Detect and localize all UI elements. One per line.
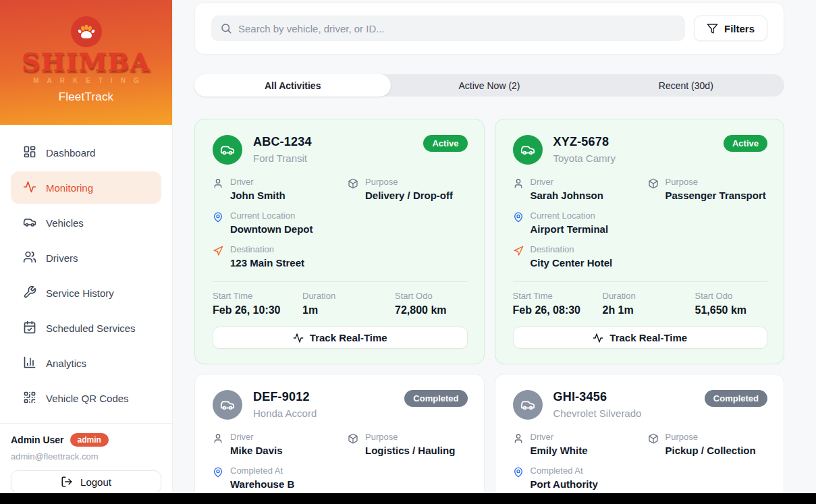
purpose-value: Passenger Transport [665, 189, 766, 202]
detail-label: Completed At [531, 466, 598, 476]
map-pin-icon [513, 211, 524, 236]
map-pin-icon [513, 466, 524, 491]
app-name: FleetTrack [59, 90, 114, 104]
activity-card: DEF-9012 Honda Accord Completed DriverMi… [194, 374, 485, 504]
stat-value: Feb 26, 10:30 [213, 304, 302, 316]
vehicle-plate: XYZ-5678 [553, 135, 616, 149]
purpose-detail: PurposeDelivery / Drop-off [348, 177, 468, 202]
user-icon [513, 432, 524, 457]
sidebar-item-monitoring[interactable]: Monitoring [11, 171, 161, 204]
tab-recent[interactable]: Recent (30d) [588, 74, 784, 96]
users-icon [23, 250, 36, 266]
user-email: admin@fleettrack.com [11, 451, 161, 461]
sidebar-item-vehicles[interactable]: Vehicles [11, 206, 161, 239]
purpose-value: Delivery / Drop-off [365, 189, 453, 202]
stat-label: Start Time [213, 291, 302, 301]
paw-logo-icon [71, 16, 102, 47]
vehicle-plate: ABC-1234 [253, 135, 312, 149]
activity-card: ABC-1234 Ford Transit Active DriverJohn … [194, 119, 485, 364]
detail-label: Purpose [365, 177, 453, 188]
track-button-label: Track Real-Time [310, 332, 387, 343]
navigation-icon [513, 244, 524, 270]
status-badge: Completed [705, 390, 767, 407]
detail-label: Purpose [665, 432, 756, 443]
filter-icon [707, 23, 718, 34]
detail-label: Driver [531, 177, 603, 188]
search-box [211, 16, 685, 41]
vehicle-model: Ford Transit [253, 152, 312, 164]
sidebar-item-vehicle-qr-codes[interactable]: Vehicle QR Codes [11, 382, 161, 414]
dashboard-icon [23, 145, 36, 161]
sidebar-item-drivers[interactable]: Drivers [11, 242, 161, 274]
stat-value: 1m [302, 304, 395, 316]
sidebar-item-service-history[interactable]: Service History [11, 277, 161, 309]
driver-detail: DriverMike Davis [213, 432, 348, 457]
package-icon [648, 432, 659, 457]
location-detail: Current LocationAirport Terminal [513, 211, 768, 236]
activity-icon [293, 333, 304, 343]
trip-stats: Start TimeFeb 26, 08:30 Duration2h 1m St… [513, 281, 768, 316]
activity-card: XYZ-5678 Toyota Camry Active DriverSarah… [495, 119, 785, 364]
destination-detail: DestinationCity Center Hotel [513, 244, 768, 270]
stat-value: 72,800 km [395, 304, 468, 316]
sidebar-item-analytics[interactable]: Analytics [11, 347, 161, 379]
detail-label: Driver [230, 177, 285, 188]
vehicle-model: Honda Accord [253, 408, 317, 419]
stat-value: Feb 26, 08:30 [513, 304, 603, 316]
sidebar-item-label: Monitoring [46, 182, 93, 194]
main-content: Filters All Activities Active Now (2) Re… [173, 0, 816, 504]
detail-label: Purpose [665, 177, 766, 188]
logout-icon [61, 476, 73, 488]
stat-label: Duration [603, 291, 695, 301]
map-pin-icon [213, 466, 223, 491]
search-input[interactable] [211, 16, 685, 41]
detail-label: Current Location [230, 211, 312, 221]
location-detail: Completed AtPort Authority [513, 466, 768, 491]
location-value: Warehouse B [230, 478, 294, 491]
driver-name: Sarah Johnson [531, 189, 603, 202]
sidebar-item-dashboard[interactable]: Dashboard [11, 136, 161, 169]
logout-button[interactable]: Logout [11, 470, 161, 493]
package-icon [348, 177, 358, 202]
wrench-icon [23, 285, 36, 301]
detail-label: Purpose [365, 432, 455, 443]
detail-label: Driver [230, 432, 283, 443]
location-detail: Completed AtWarehouse B [213, 466, 468, 491]
stat-value: 2h 1m [603, 304, 695, 316]
tab-all-activities[interactable]: All Activities [194, 74, 391, 96]
driver-detail: DriverSarah Johnson [513, 177, 648, 202]
sidebar-item-label: Service History [46, 287, 114, 299]
qr-code-icon [23, 391, 36, 406]
track-real-time-button[interactable]: Track Real-Time [213, 327, 468, 349]
user-name: Admin User [11, 435, 64, 445]
stat-label: Duration [302, 291, 395, 301]
navigation-icon [213, 244, 223, 270]
sidebar-item-scheduled-services[interactable]: Scheduled Services [11, 312, 161, 344]
user-icon [213, 432, 223, 457]
activity-cards-grid: ABC-1234 Ford Transit Active DriverJohn … [194, 119, 784, 504]
stat-label: Start Time [513, 291, 603, 301]
location-value: Port Authority [531, 478, 598, 491]
purpose-value: Logistics / Hauling [365, 444, 455, 457]
vehicle-plate: GHI-3456 [553, 390, 642, 404]
driver-name: John Smith [230, 189, 285, 202]
bar-chart-icon [23, 356, 36, 371]
driver-detail: DriverJohn Smith [213, 177, 348, 202]
calendar-check-icon [23, 320, 36, 336]
location-value: Airport Terminal [531, 223, 609, 236]
sidebar-item-label: Vehicles [46, 217, 84, 229]
filters-button[interactable]: Filters [694, 16, 767, 41]
detail-label: Destination [531, 244, 613, 255]
location-value: Downtown Depot [230, 223, 312, 236]
track-button-label: Track Real-Time [609, 332, 687, 343]
track-real-time-button[interactable]: Track Real-Time [513, 327, 768, 349]
driver-detail: DriverEmily White [513, 432, 648, 457]
vehicle-plate: DEF-9012 [253, 390, 317, 404]
detail-label: Destination [230, 244, 304, 255]
activity-icon [593, 333, 603, 343]
sidebar-item-label: Vehicle QR Codes [46, 393, 129, 404]
tab-active-now[interactable]: Active Now (2) [391, 74, 587, 96]
destination-value: 123 Main Street [230, 256, 304, 270]
vehicle-model: Toyota Camry [553, 152, 616, 164]
status-badge: Completed [404, 390, 467, 407]
